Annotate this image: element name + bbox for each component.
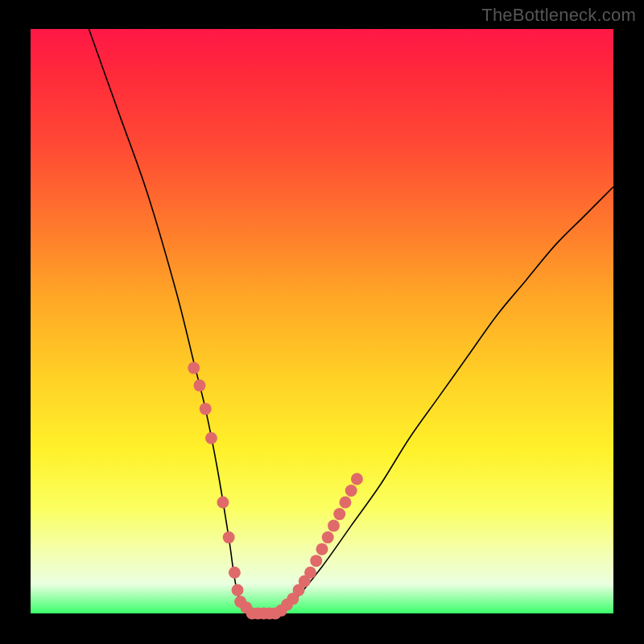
curve-line (89, 29, 613, 614)
highlight-dot (339, 497, 351, 509)
highlight-dot (223, 531, 235, 543)
chart-svg (31, 29, 613, 613)
chart-root: TheBottleneck.com (0, 0, 644, 644)
highlight-dot (304, 567, 316, 579)
highlight-dots (188, 362, 363, 620)
highlight-dot (217, 497, 229, 509)
highlight-dot (328, 520, 340, 532)
highlight-dot (193, 379, 205, 391)
highlight-dot (345, 485, 357, 497)
highlight-dot (322, 531, 334, 543)
plot-area (31, 29, 613, 613)
highlight-dot (316, 543, 328, 555)
highlight-dot (351, 473, 363, 485)
highlight-dot (205, 432, 217, 444)
highlight-dot (200, 402, 212, 415)
highlight-dot (333, 508, 345, 520)
highlight-dot (229, 567, 241, 579)
highlight-dot (188, 362, 200, 374)
highlight-dot (232, 584, 244, 596)
highlight-dot (310, 555, 322, 567)
watermark-text: TheBottleneck.com (481, 5, 636, 26)
